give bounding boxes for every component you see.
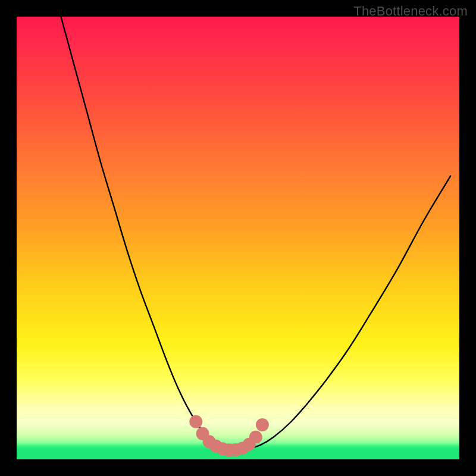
watermark-text: TheBottleneck.com — [353, 4, 468, 19]
highlight-point — [189, 415, 202, 428]
highlight-point — [249, 431, 262, 444]
plot-area — [17, 17, 459, 459]
highlight-point — [256, 418, 269, 431]
curve-layer — [17, 17, 459, 459]
bottleneck-curve — [61, 17, 450, 450]
chart-frame: TheBottleneck.com — [0, 0, 476, 476]
highlight-markers — [189, 415, 269, 457]
